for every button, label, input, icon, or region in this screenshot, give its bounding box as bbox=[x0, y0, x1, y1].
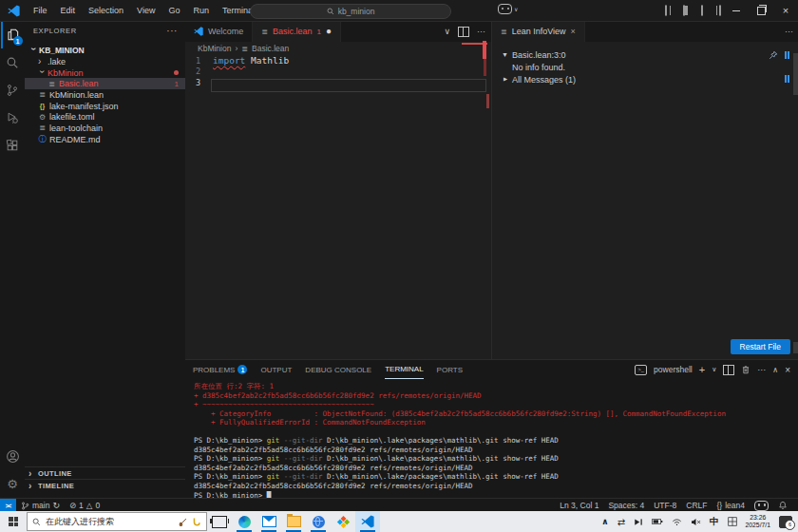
tab-basic-lean[interactable]: ≣ Basic.lean 1 ● bbox=[253, 21, 341, 42]
run-debug-icon[interactable] bbox=[1, 104, 25, 131]
language-mode[interactable]: {} lean4 bbox=[712, 499, 750, 512]
collapse-triangle-icon[interactable]: ▼ bbox=[502, 51, 508, 58]
action-center-icon[interactable]: 6 bbox=[779, 516, 792, 528]
expand-triangle-icon[interactable]: ▼ bbox=[502, 76, 508, 83]
menu-run[interactable]: Run bbox=[186, 0, 216, 21]
close-panel-icon[interactable]: × bbox=[785, 365, 790, 375]
mail-icon[interactable] bbox=[256, 511, 281, 532]
timeline-section[interactable]: › TIMELINE bbox=[25, 479, 186, 492]
menu-view[interactable]: View bbox=[130, 0, 162, 21]
modified-dot-icon[interactable]: ● bbox=[326, 27, 332, 36]
scrollbar-thumb[interactable] bbox=[793, 53, 798, 95]
terminal-output[interactable]: 所在位置 行:2 字符: 1+ d385c4bef2ab2c2fb5ad58cc… bbox=[185, 379, 798, 500]
task-view-icon[interactable] bbox=[207, 511, 232, 532]
maximize-panel-icon[interactable]: ∧ bbox=[772, 366, 778, 374]
start-button[interactable] bbox=[0, 511, 27, 532]
terminal-dropdown-icon[interactable]: ∨ bbox=[712, 366, 716, 373]
tab-problems[interactable]: PROBLEMS 1 bbox=[193, 361, 247, 379]
toggle-sidebar-icon[interactable] bbox=[683, 6, 685, 15]
tab-lean-infoview[interactable]: ≣ Lean InfoView × bbox=[492, 21, 585, 42]
scrollbar-thumb[interactable] bbox=[793, 342, 798, 353]
tab-welcome[interactable]: Welcome bbox=[185, 21, 253, 42]
tree-item-kbminion[interactable]: ›KbMinion bbox=[25, 67, 185, 79]
tree-item-kbminion-lean[interactable]: ≣KbMinion.lean bbox=[25, 89, 185, 101]
breadcrumb-folder[interactable]: KbMinion bbox=[198, 44, 231, 53]
breadcrumb[interactable]: KbMinion › ≣ Basic.lean bbox=[185, 42, 491, 55]
command-center-search[interactable]: kb_minion bbox=[250, 4, 451, 19]
tree-root-kb-minion[interactable]: › KB_MINION bbox=[25, 44, 185, 56]
infoview-more-icon[interactable]: ··· bbox=[785, 27, 793, 36]
source-control-icon[interactable] bbox=[1, 76, 25, 104]
infoview-position[interactable]: Basic.lean:3:0 bbox=[512, 50, 566, 60]
tree-item-basic-lean[interactable]: ≣Basic.lean1 bbox=[25, 78, 185, 89]
clock[interactable]: 23:26 2025/7/1 bbox=[746, 514, 770, 529]
explorer-icon[interactable]: 1 bbox=[1, 21, 25, 48]
problems-indicator[interactable]: ⊘1 △0 bbox=[65, 499, 104, 512]
copilot-status-icon[interactable] bbox=[750, 499, 773, 512]
ime-mode-indicator[interactable]: 中 bbox=[710, 516, 719, 528]
tree-item-lakefile-toml[interactable]: ⚙lakefile.toml bbox=[25, 111, 185, 123]
new-terminal-icon[interactable]: + bbox=[699, 364, 705, 375]
tab-terminal[interactable]: TERMINAL bbox=[385, 360, 423, 379]
breadcrumb-file[interactable]: Basic.lean bbox=[252, 44, 289, 53]
restore-button[interactable] bbox=[749, 0, 773, 21]
split-editor-icon[interactable] bbox=[458, 27, 469, 37]
media-playback-icon[interactable] bbox=[634, 518, 643, 526]
restart-file-button[interactable]: Restart File bbox=[731, 339, 790, 354]
store-icon[interactable] bbox=[331, 511, 355, 532]
close-tab-icon[interactable]: × bbox=[571, 27, 576, 36]
search-view-icon[interactable] bbox=[1, 48, 25, 76]
indentation[interactable]: Spaces: 4 bbox=[603, 499, 649, 512]
encoding[interactable]: UTF-8 bbox=[649, 499, 681, 512]
pause-updates-icon[interactable] bbox=[785, 51, 790, 59]
toggle-panel-icon[interactable] bbox=[701, 6, 703, 15]
volume-muted-icon[interactable] bbox=[691, 518, 701, 526]
tab-output[interactable]: OUTPUT bbox=[260, 361, 292, 379]
menu-edit[interactable]: Edit bbox=[54, 0, 83, 21]
eol-sequence[interactable]: CRLF bbox=[681, 499, 712, 512]
customize-layout-icon[interactable] bbox=[665, 6, 667, 15]
show-hidden-icons-chevron[interactable]: ∧ bbox=[601, 517, 608, 526]
extensions-icon[interactable] bbox=[1, 131, 25, 159]
settings-gear-icon[interactable]: ⚙ bbox=[1, 470, 25, 498]
tree-item-lake-manifest-json[interactable]: {}lake-manifest.json bbox=[25, 101, 185, 112]
panel-more-icon[interactable]: ··· bbox=[757, 365, 766, 374]
menu-file[interactable]: File bbox=[27, 0, 54, 21]
explorer-more-icon[interactable]: ··· bbox=[166, 26, 178, 36]
edge-icon[interactable] bbox=[232, 511, 256, 532]
shell-label[interactable]: powershell bbox=[654, 365, 693, 374]
battery-icon[interactable] bbox=[652, 518, 663, 525]
split-terminal-icon[interactable] bbox=[723, 365, 734, 375]
taskbar-search-box[interactable]: 在此键入进行搜索 bbox=[27, 512, 207, 531]
tab-debug-console[interactable]: DEBUG CONSOLE bbox=[305, 361, 371, 379]
pin-icon[interactable] bbox=[769, 50, 778, 60]
toggle-secondary-sidebar-icon[interactable] bbox=[719, 6, 721, 15]
ime-grid-icon[interactable] bbox=[728, 517, 737, 526]
code-area[interactable]: 1 import Mathlib 2 3 bbox=[185, 55, 491, 88]
outline-section[interactable]: › OUTLINE bbox=[25, 466, 186, 480]
notifications-bell-icon[interactable] bbox=[773, 499, 792, 512]
kill-terminal-icon[interactable] bbox=[741, 365, 750, 374]
sliders-icon[interactable]: ⇄ bbox=[618, 517, 625, 527]
tree-item-lean-toolchain[interactable]: ≣lean-toolchain bbox=[25, 123, 185, 134]
minimize-button[interactable] bbox=[724, 0, 749, 21]
wifi-icon[interactable] bbox=[672, 518, 682, 526]
tab-ports[interactable]: PORTS bbox=[437, 361, 463, 379]
lean-run-dropdown-icon[interactable]: ∨ bbox=[444, 27, 450, 36]
file-explorer-icon[interactable] bbox=[281, 511, 306, 532]
account-icon[interactable] bbox=[1, 443, 25, 470]
close-button[interactable]: × bbox=[773, 0, 798, 21]
vscode-taskbar-icon[interactable] bbox=[355, 511, 380, 532]
copilot-icon[interactable]: ∨ bbox=[498, 4, 518, 14]
branch-indicator[interactable]: main ↻ bbox=[16, 499, 65, 512]
browser-globe-icon[interactable] bbox=[306, 511, 331, 532]
menu-go[interactable]: Go bbox=[162, 0, 186, 21]
tree-item-readme-md[interactable]: ⓘREADME.md bbox=[25, 134, 185, 145]
remote-indicator[interactable]: >< bbox=[0, 499, 16, 512]
cursor-position[interactable]: Ln 3, Col 1 bbox=[555, 499, 603, 512]
editor-more-icon[interactable]: ··· bbox=[477, 27, 485, 36]
pause-messages-icon[interactable] bbox=[785, 75, 790, 83]
all-messages-label[interactable]: All Messages (1) bbox=[512, 75, 576, 85]
tree-item--lake[interactable]: ›.lake bbox=[25, 56, 185, 67]
menu-selection[interactable]: Selection bbox=[82, 0, 130, 21]
